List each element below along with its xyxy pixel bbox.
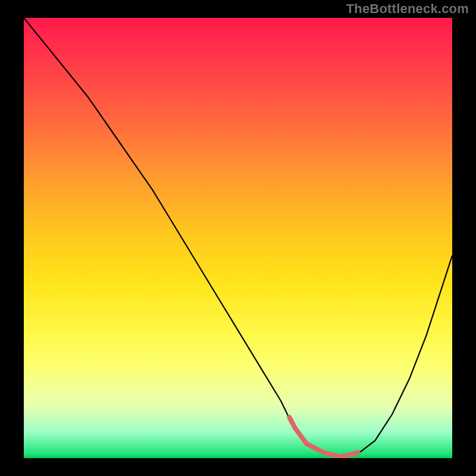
optimal-range-marker — [289, 417, 358, 457]
curve-svg — [24, 18, 452, 458]
bottleneck-curve — [24, 18, 452, 458]
plot-area — [24, 18, 452, 458]
chart-frame: TheBottleneck.com — [0, 0, 476, 476]
watermark-text: TheBottleneck.com — [346, 1, 469, 17]
